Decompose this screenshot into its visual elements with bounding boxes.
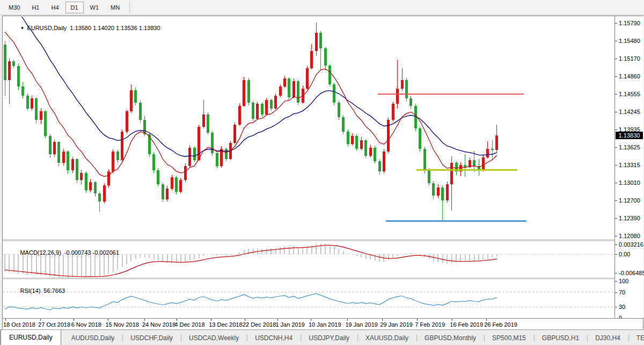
date-tick-mark — [347, 319, 348, 321]
toolbar-separator — [129, 2, 130, 13]
rsi-tick-label: 70 — [619, 289, 625, 296]
price-tick-label: 1.15480 — [619, 38, 640, 44]
tab-dj30-h4[interactable]: DJ30,H4 — [587, 330, 628, 345]
date-label: 26 Feb 2019 — [484, 321, 517, 328]
tab-gbpusd-monthly[interactable]: GBPUSD,Monthly — [416, 330, 484, 345]
rsi-value: 56.7663 — [43, 288, 65, 294]
date-tick-mark — [74, 319, 74, 321]
date-tick-mark — [108, 319, 108, 321]
axis-tick-mark — [615, 165, 617, 166]
timeframe-button-w1[interactable]: W1 — [85, 2, 105, 13]
candlestick-chart[interactable] — [3, 17, 614, 240]
rsi-label: RSI(14)56.7663 — [7, 281, 65, 300]
date-label: 18 Oct 2018 — [3, 321, 35, 328]
tab-audusd-daily[interactable]: AUDUSD,Daily — [63, 330, 123, 345]
price-tick-label: 1.14555 — [619, 91, 640, 97]
tab-eurusd-daily[interactable]: EURUSD,Daily — [1, 330, 61, 345]
price-tick-label: 1.13315 — [619, 162, 640, 168]
timeframe-button-h1[interactable]: H1 — [26, 2, 45, 13]
axis-tick-mark — [615, 23, 617, 24]
axis-tick-mark — [615, 112, 617, 112]
timeframe-toolbar: M30 H1 H4 D1 W1 MN — [0, 0, 644, 15]
date-tick-mark — [382, 319, 383, 321]
price-tick-label: 1.14245 — [619, 109, 640, 115]
macd-tick-label: 0.00 — [619, 251, 630, 257]
main-chart-pane[interactable]: ▼EURUSD,Daily1.13580 1.14020 1.13536 1.1… — [3, 17, 614, 240]
trading-terminal: M30 H1 H4 D1 W1 MN ▼EURUSD,Daily1.13580 … — [0, 0, 644, 345]
axis-tick-mark — [615, 281, 617, 282]
rsi-tick-label: 30 — [619, 304, 625, 310]
ohlc-values: 1.13580 1.14020 1.13536 1.13830 — [70, 25, 160, 31]
date-label: 10 Jan 2019 — [309, 321, 341, 328]
price-tick-label: 1.12390 — [619, 215, 640, 221]
symbol-label: EURUSD,Daily — [27, 25, 67, 31]
tab-xauusd-daily[interactable]: XAUUSD,Daily — [357, 330, 416, 345]
tab-usdjpy-daily[interactable]: USDJPY,Daily — [301, 330, 357, 345]
axis-tick-mark — [615, 94, 617, 95]
axis-tick-mark — [615, 307, 617, 307]
date-label: 16 Feb 2019 — [450, 321, 483, 328]
date-label: 13 Dec 2018 — [209, 321, 242, 328]
price-axis[interactable]: 1.157901.154801.151701.148601.145551.142… — [614, 16, 643, 318]
date-axis[interactable]: 18 Oct 201827 Oct 20186 Nov 201815 Nov 2… — [3, 318, 643, 330]
axis-tick-mark — [615, 147, 617, 148]
date-tick-mark — [5, 319, 6, 321]
tab-usdcad-weekly[interactable]: USDCAD,Weekly — [181, 330, 247, 345]
tab-usdchf-daily[interactable]: USDCHF,Daily — [122, 330, 181, 345]
chart-window: ▼EURUSD,Daily1.13580 1.14020 1.13536 1.1… — [2, 16, 643, 329]
axis-tick-mark — [615, 245, 617, 245]
axis-tick-mark — [615, 292, 617, 293]
date-tick-mark — [417, 319, 418, 321]
timeframe-button-mn[interactable]: MN — [105, 2, 125, 13]
axis-tick-mark — [615, 59, 617, 59]
price-tick-label: 1.15790 — [619, 20, 640, 26]
date-label: 7 Feb 2019 — [415, 321, 445, 328]
axis-tick-mark — [615, 273, 617, 274]
timeframe-button-h4[interactable]: H4 — [46, 2, 64, 13]
axis-tick-mark — [615, 236, 617, 236]
macd-values: -0.000743 -0.002061 — [64, 249, 119, 256]
date-tick-mark — [40, 319, 41, 321]
tab-usdcnh-h4[interactable]: USDCNH,H4 — [247, 330, 301, 345]
timeframe-button-d1[interactable]: D1 — [65, 2, 84, 13]
axis-tick-mark — [615, 254, 617, 255]
macd-pane[interactable]: MACD(12,26,9)-0.000743 -0.002061 — [3, 241, 614, 278]
date-label: 4 Dec 2018 — [174, 321, 204, 328]
date-tick-mark — [486, 319, 487, 321]
price-tick-label: 1.15170 — [619, 55, 640, 62]
rsi-chart[interactable] — [3, 279, 614, 318]
date-label: 1 Jan 2019 — [275, 321, 304, 328]
date-tick-mark — [245, 319, 245, 321]
date-tick-mark — [144, 319, 145, 321]
date-tick-mark — [277, 319, 278, 321]
tab-tech100[interactable]: TECH100,H — [628, 330, 644, 345]
price-tick-label: 1.13625 — [619, 144, 640, 150]
date-label: 22 Dec 2018 — [243, 321, 276, 328]
tab-sp500-m15[interactable]: SP500,M15 — [484, 330, 534, 345]
price-tick-label: 1.13010 — [619, 179, 640, 186]
axis-tick-mark — [615, 218, 617, 219]
axis-tick-mark — [615, 76, 617, 77]
axis-tick-mark — [615, 130, 617, 130]
macd-tick-label: -0.006485 — [619, 270, 644, 276]
date-tick-mark — [452, 319, 452, 321]
price-tick-label: 1.12080 — [619, 233, 640, 239]
date-tick-mark — [211, 319, 211, 321]
axis-tick-mark — [615, 183, 617, 183]
date-label: 19 Jan 2019 — [345, 321, 378, 328]
axis-tick-mark — [615, 200, 617, 201]
chart-header: ▼EURUSD,Daily1.13580 1.14020 1.13536 1.1… — [7, 18, 160, 38]
symbol-tab-strip: EURUSD,Daily AUDUSD,Daily USDCHF,Daily U… — [0, 329, 644, 345]
rsi-pane[interactable]: RSI(14)56.7663 — [3, 279, 614, 318]
tab-gbpusd-h1[interactable]: GBPUSD,H1 — [534, 330, 587, 345]
macd-label: MACD(12,26,9)-0.000743 -0.002061 — [7, 243, 119, 262]
axis-tick-mark — [615, 41, 617, 41]
date-label: 15 Nov 2018 — [106, 321, 139, 328]
date-tick-mark — [311, 319, 311, 321]
date-label: 27 Oct 2018 — [38, 321, 70, 328]
date-tick-mark — [177, 319, 177, 321]
symbol-dropdown-icon[interactable]: ▼ — [20, 26, 24, 31]
macd-tick-label: 0.003216 — [619, 241, 643, 248]
current-price-badge: 1.13830 — [616, 132, 643, 139]
timeframe-button-m30[interactable]: M30 — [3, 2, 25, 13]
